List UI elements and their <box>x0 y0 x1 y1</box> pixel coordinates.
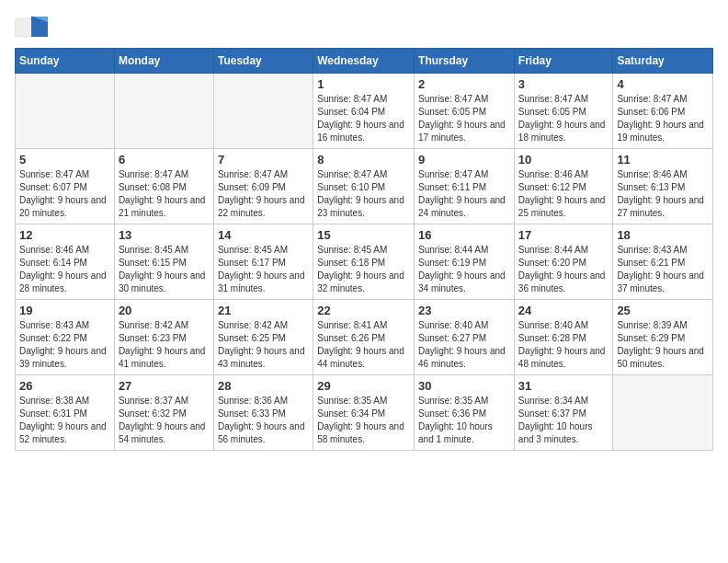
cell-content: Sunrise: 8:47 AMSunset: 6:09 PMDaylight:… <box>218 168 309 220</box>
day-header-monday: Monday <box>114 49 213 74</box>
day-number: 23 <box>418 304 510 317</box>
cell-content: Sunrise: 8:47 AMSunset: 6:08 PMDaylight:… <box>119 168 210 220</box>
calendar-cell <box>213 74 313 149</box>
cell-content: Sunrise: 8:45 AMSunset: 6:18 PMDaylight:… <box>317 244 410 295</box>
calendar-week-1: 1Sunrise: 8:47 AMSunset: 6:04 PMDaylight… <box>16 74 713 149</box>
cell-content: Sunrise: 8:40 AMSunset: 6:28 PMDaylight:… <box>518 319 609 371</box>
cell-content: Sunrise: 8:43 AMSunset: 6:22 PMDaylight:… <box>19 319 110 371</box>
calendar: SundayMondayTuesdayWednesdayThursdayFrid… <box>15 48 713 451</box>
day-number: 17 <box>518 228 609 242</box>
day-number: 22 <box>317 304 410 317</box>
day-number: 5 <box>19 153 110 167</box>
cell-content: Sunrise: 8:42 AMSunset: 6:23 PMDaylight:… <box>119 319 210 371</box>
cell-content: Sunrise: 8:41 AMSunset: 6:26 PMDaylight:… <box>317 319 410 371</box>
cell-content: Sunrise: 8:38 AMSunset: 6:31 PMDaylight:… <box>19 395 110 446</box>
day-number: 25 <box>617 304 709 317</box>
calendar-cell: 27Sunrise: 8:37 AMSunset: 6:32 PMDayligh… <box>114 375 213 451</box>
cell-content: Sunrise: 8:45 AMSunset: 6:17 PMDaylight:… <box>218 244 309 295</box>
day-number: 21 <box>218 304 309 317</box>
calendar-cell: 21Sunrise: 8:42 AMSunset: 6:25 PMDayligh… <box>213 300 313 375</box>
day-number: 14 <box>218 228 309 242</box>
cell-content: Sunrise: 8:42 AMSunset: 6:25 PMDaylight:… <box>218 319 309 371</box>
calendar-cell: 12Sunrise: 8:46 AMSunset: 6:14 PMDayligh… <box>16 224 115 300</box>
day-header-sunday: Sunday <box>16 49 115 74</box>
day-number: 16 <box>418 228 510 242</box>
cell-content: Sunrise: 8:47 AMSunset: 6:04 PMDaylight:… <box>317 93 410 144</box>
day-number: 27 <box>119 379 210 393</box>
day-number: 12 <box>19 228 110 242</box>
day-number: 15 <box>317 228 410 242</box>
day-number: 29 <box>317 379 410 393</box>
calendar-cell: 10Sunrise: 8:46 AMSunset: 6:12 PMDayligh… <box>514 149 613 224</box>
day-number: 9 <box>418 153 510 167</box>
calendar-cell: 1Sunrise: 8:47 AMSunset: 6:04 PMDaylight… <box>313 74 415 149</box>
calendar-week-5: 26Sunrise: 8:38 AMSunset: 6:31 PMDayligh… <box>16 375 713 451</box>
calendar-cell: 24Sunrise: 8:40 AMSunset: 6:28 PMDayligh… <box>514 300 613 375</box>
calendar-cell: 19Sunrise: 8:43 AMSunset: 6:22 PMDayligh… <box>16 300 115 375</box>
cell-content: Sunrise: 8:47 AMSunset: 6:11 PMDaylight:… <box>418 168 510 220</box>
calendar-cell: 9Sunrise: 8:47 AMSunset: 6:11 PMDaylight… <box>415 149 515 224</box>
calendar-cell: 29Sunrise: 8:35 AMSunset: 6:34 PMDayligh… <box>313 375 415 451</box>
calendar-cell: 28Sunrise: 8:36 AMSunset: 6:33 PMDayligh… <box>213 375 313 451</box>
calendar-cell: 23Sunrise: 8:40 AMSunset: 6:27 PMDayligh… <box>415 300 515 375</box>
day-number: 20 <box>119 304 210 317</box>
day-number: 18 <box>617 228 709 242</box>
day-number: 30 <box>418 379 510 393</box>
day-number: 2 <box>418 77 510 91</box>
cell-content: Sunrise: 8:47 AMSunset: 6:07 PMDaylight:… <box>19 168 110 220</box>
day-number: 6 <box>119 153 210 167</box>
cell-content: Sunrise: 8:47 AMSunset: 6:06 PMDaylight:… <box>617 93 709 144</box>
day-header-tuesday: Tuesday <box>213 49 313 74</box>
day-header-saturday: Saturday <box>613 49 713 74</box>
day-number: 19 <box>19 304 110 317</box>
day-header-thursday: Thursday <box>415 49 515 74</box>
calendar-cell: 31Sunrise: 8:34 AMSunset: 6:37 PMDayligh… <box>514 375 613 451</box>
calendar-cell: 22Sunrise: 8:41 AMSunset: 6:26 PMDayligh… <box>313 300 415 375</box>
calendar-cell: 5Sunrise: 8:47 AMSunset: 6:07 PMDaylight… <box>16 149 115 224</box>
cell-content: Sunrise: 8:40 AMSunset: 6:27 PMDaylight:… <box>418 319 510 371</box>
cell-content: Sunrise: 8:47 AMSunset: 6:05 PMDaylight:… <box>418 93 510 144</box>
calendar-cell <box>613 375 713 451</box>
calendar-cell: 8Sunrise: 8:47 AMSunset: 6:10 PMDaylight… <box>313 149 415 224</box>
calendar-cell: 3Sunrise: 8:47 AMSunset: 6:05 PMDaylight… <box>514 74 613 149</box>
day-number: 10 <box>518 153 609 167</box>
calendar-cell <box>16 74 115 149</box>
cell-content: Sunrise: 8:47 AMSunset: 6:05 PMDaylight:… <box>518 93 609 144</box>
calendar-cell: 18Sunrise: 8:43 AMSunset: 6:21 PMDayligh… <box>613 224 713 300</box>
cell-content: Sunrise: 8:36 AMSunset: 6:33 PMDaylight:… <box>218 395 309 446</box>
calendar-week-3: 12Sunrise: 8:46 AMSunset: 6:14 PMDayligh… <box>16 224 713 300</box>
calendar-cell: 30Sunrise: 8:35 AMSunset: 6:36 PMDayligh… <box>415 375 515 451</box>
day-number: 3 <box>518 77 609 91</box>
day-number: 8 <box>317 153 410 167</box>
calendar-cell: 11Sunrise: 8:46 AMSunset: 6:13 PMDayligh… <box>613 149 713 224</box>
calendar-week-2: 5Sunrise: 8:47 AMSunset: 6:07 PMDaylight… <box>16 149 713 224</box>
logo <box>15 15 51 40</box>
calendar-cell: 26Sunrise: 8:38 AMSunset: 6:31 PMDayligh… <box>16 375 115 451</box>
cell-content: Sunrise: 8:46 AMSunset: 6:13 PMDaylight:… <box>617 168 709 220</box>
day-number: 13 <box>119 228 210 242</box>
calendar-cell: 2Sunrise: 8:47 AMSunset: 6:05 PMDaylight… <box>415 74 515 149</box>
day-number: 28 <box>218 379 309 393</box>
cell-content: Sunrise: 8:46 AMSunset: 6:12 PMDaylight:… <box>518 168 609 220</box>
calendar-cell: 4Sunrise: 8:47 AMSunset: 6:06 PMDaylight… <box>613 74 713 149</box>
cell-content: Sunrise: 8:35 AMSunset: 6:36 PMDaylight:… <box>418 395 510 446</box>
cell-content: Sunrise: 8:46 AMSunset: 6:14 PMDaylight:… <box>19 244 110 295</box>
day-number: 1 <box>317 77 410 91</box>
day-number: 26 <box>19 379 110 393</box>
calendar-cell: 20Sunrise: 8:42 AMSunset: 6:23 PMDayligh… <box>114 300 213 375</box>
calendar-header: SundayMondayTuesdayWednesdayThursdayFrid… <box>16 49 713 74</box>
day-header-wednesday: Wednesday <box>313 49 415 74</box>
calendar-cell: 16Sunrise: 8:44 AMSunset: 6:19 PMDayligh… <box>415 224 515 300</box>
cell-content: Sunrise: 8:47 AMSunset: 6:10 PMDaylight:… <box>317 168 410 220</box>
calendar-cell: 6Sunrise: 8:47 AMSunset: 6:08 PMDaylight… <box>114 149 213 224</box>
day-number: 24 <box>518 304 609 317</box>
calendar-cell: 25Sunrise: 8:39 AMSunset: 6:29 PMDayligh… <box>613 300 713 375</box>
day-number: 7 <box>218 153 309 167</box>
cell-content: Sunrise: 8:43 AMSunset: 6:21 PMDaylight:… <box>617 244 709 295</box>
day-header-friday: Friday <box>514 49 613 74</box>
cell-content: Sunrise: 8:45 AMSunset: 6:15 PMDaylight:… <box>119 244 210 295</box>
calendar-cell: 17Sunrise: 8:44 AMSunset: 6:20 PMDayligh… <box>514 224 613 300</box>
calendar-week-4: 19Sunrise: 8:43 AMSunset: 6:22 PMDayligh… <box>16 300 713 375</box>
calendar-cell: 15Sunrise: 8:45 AMSunset: 6:18 PMDayligh… <box>313 224 415 300</box>
day-number: 11 <box>617 153 709 167</box>
